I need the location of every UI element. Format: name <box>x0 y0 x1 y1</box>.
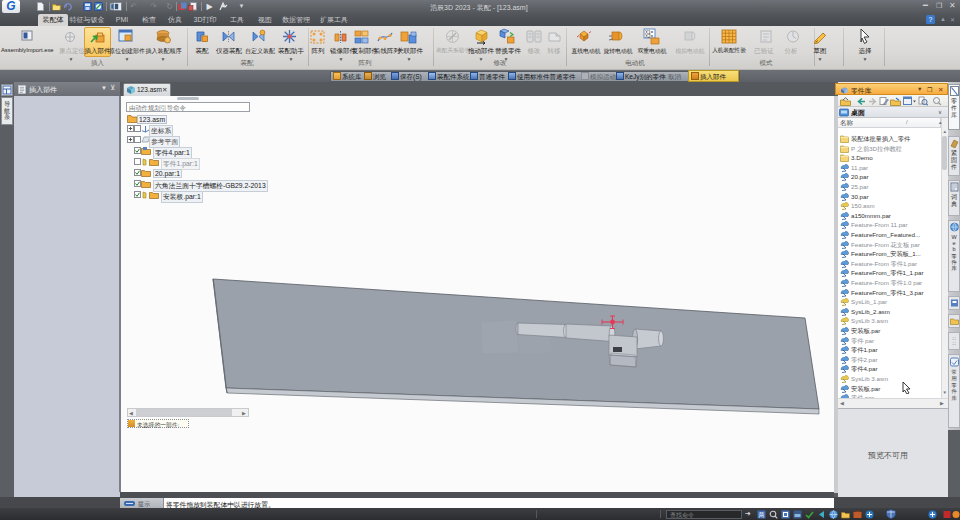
svg-text:?: ? <box>929 16 933 23</box>
svg-text:两: 两 <box>759 511 765 518</box>
